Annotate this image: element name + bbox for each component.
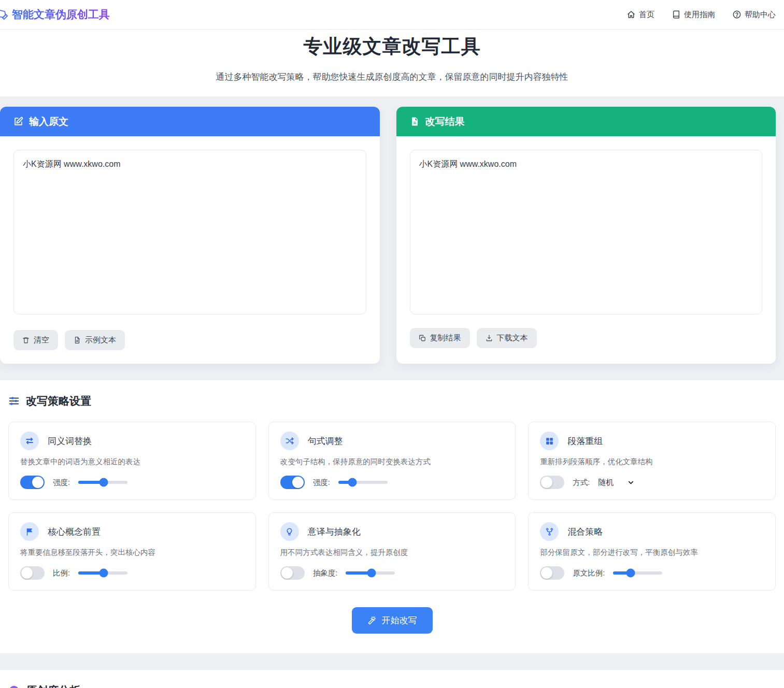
app-title: 智能文章伪原创工具 [12,7,110,22]
app-logo[interactable]: 智能文章伪原创工具 [1,7,110,22]
sliders-icon [8,395,20,407]
paragraph-mode-value: 随机 [598,478,614,488]
chevron-down-icon [627,479,635,486]
slider-label: 原文比例: [573,568,605,578]
pen-icon [0,9,8,20]
navbar: 智能文章伪原创工具 首页 使用指南 帮助中心 [0,0,784,30]
strategy-card-title: 句式调整 [308,435,343,447]
trash-icon [22,336,30,344]
page-subtitle: 通过多种智能改写策略，帮助您快速生成原创度高的文章，保留原意的同时提升内容独特性 [0,71,784,83]
start-rewrite-button-label: 开始改写 [382,614,417,626]
strategy-card-sentence: 句式调整 改变句子结构，保持原意的同时变换表达方式 强度: [268,422,516,500]
hybrid-toggle[interactable] [540,566,564,580]
analysis-section-header: 原创度分析 [8,683,776,688]
magic-wand-icon [367,616,377,625]
copy-icon [419,334,426,342]
grid-icon [540,432,559,450]
result-textbox[interactable]: 小K资源网 www.xkwo.com [410,150,763,314]
synonym-strength-slider[interactable] [78,481,127,484]
strategy-section: 改写策略设置 同义词替换 替换文章中的词语为意义相近的表达 强度: [0,380,784,653]
strategy-card-title: 意译与抽象化 [308,526,361,538]
strategy-card-desc: 改变句子结构，保持原意的同时变换表达方式 [280,457,504,467]
strategy-card-desc: 将重要信息移至段落开头，突出核心内容 [20,548,244,557]
synonym-toggle[interactable] [20,476,45,489]
sample-text-button[interactable]: 示例文本 [65,330,125,350]
hybrid-ratio-slider[interactable] [613,571,662,575]
start-rewrite-button[interactable]: 开始改写 [352,607,433,634]
strategy-card-paragraph: 段落重组 重新排列段落顺序，优化文章结构 方式: 随机 [528,422,776,500]
page-title: 专业级文章改写工具 [0,34,784,60]
input-panel-actions: 清空 示例文本 [0,330,380,364]
slider-label: 比例: [53,568,70,578]
download-text-button[interactable]: 下载文本 [477,328,537,348]
download-text-button-label: 下载文本 [497,333,528,343]
strategy-section-title: 改写策略设置 [26,394,91,408]
strategy-card-abstract: 意译与抽象化 用不同方式表达相同含义，提升原创度 抽象度: [268,512,516,591]
editor-panels: 输入原文 清空 示例文本 改写结果 小K资源网 www.xkwo.com [0,96,784,364]
check-circle-icon [8,685,20,688]
result-panel: 改写结果 小K资源网 www.xkwo.com 复制结果 下载文本 [396,107,776,364]
sentence-strength-slider[interactable] [338,481,388,484]
strategy-card-title: 混合策略 [567,526,603,538]
strategy-section-header: 改写策略设置 [8,394,776,408]
nav-guide[interactable]: 使用指南 [672,10,715,20]
nav-guide-label: 使用指南 [684,10,715,20]
clear-button[interactable]: 清空 [13,330,58,350]
input-panel-header: 输入原文 [0,107,380,136]
slider-label: 强度: [313,478,330,488]
strategy-card-concept: 核心概念前置 将重要信息移至段落开头，突出核心内容 比例: [8,512,256,591]
sample-text-button-label: 示例文本 [85,335,116,345]
branch-icon [540,522,559,541]
strategy-card-title: 同义词替换 [48,435,92,447]
strategy-card-desc: 替换文章中的词语为意义相近的表达 [20,457,244,467]
exchange-icon [20,432,39,450]
nav-home-label: 首页 [639,10,654,20]
input-panel-title: 输入原文 [29,115,68,128]
file-icon [74,336,81,344]
shuffle-icon [280,432,299,450]
analysis-section: 原创度分析 69% 预估原创度 8 总字数 66 修改比例 BCF8051O68… [0,670,784,688]
strategy-grid: 同义词替换 替换文章中的词语为意义相近的表达 强度: 句式调整 改变句子结构，保… [8,422,776,591]
abstract-toggle[interactable] [280,566,305,580]
document-icon [410,117,420,126]
input-panel: 输入原文 清空 示例文本 [0,107,380,364]
clear-button-label: 清空 [34,335,49,345]
copy-result-button[interactable]: 复制结果 [410,328,470,348]
source-textarea[interactable] [13,150,366,314]
strategy-card-synonym: 同义词替换 替换文章中的词语为意义相近的表达 强度: [8,422,256,500]
download-icon [486,334,493,342]
strategy-card-desc: 重新排列段落顺序，优化文章结构 [540,457,764,467]
slider-label: 抽象度: [313,568,338,578]
book-icon [672,10,680,19]
hero: 专业级文章改写工具 通过多种智能改写策略，帮助您快速生成原创度高的文章，保留原意… [0,30,784,96]
concept-ratio-slider[interactable] [78,571,127,575]
strategy-card-desc: 部分保留原文，部分进行改写，平衡原创与效率 [540,548,764,557]
result-panel-actions: 复制结果 下载文本 [396,328,776,362]
edit-icon [13,117,23,126]
nav-home[interactable]: 首页 [627,10,654,20]
nav-links: 首页 使用指南 帮助中心 [627,10,776,20]
help-icon [733,10,741,19]
analysis-section-title: 原创度分析 [26,683,80,688]
nav-help[interactable]: 帮助中心 [733,10,776,20]
strategy-card-desc: 用不同方式表达相同含义，提升原创度 [280,548,504,557]
paragraph-mode-select[interactable]: 随机 [598,478,635,488]
flag-icon [20,522,39,541]
slider-label: 强度: [53,478,70,488]
result-panel-body: 小K资源网 www.xkwo.com [396,136,776,328]
strategy-card-title: 段落重组 [567,435,603,447]
abstract-level-slider[interactable] [346,571,395,575]
strategy-card-title: 核心概念前置 [48,526,101,538]
strategy-card-hybrid: 混合策略 部分保留原文，部分进行改写，平衡原创与效率 原文比例: [528,512,776,591]
concept-toggle[interactable] [20,566,45,580]
lightbulb-icon [280,522,299,541]
copy-result-button-label: 复制结果 [430,333,461,343]
result-panel-title: 改写结果 [425,115,465,128]
result-panel-header: 改写结果 [396,107,776,136]
sentence-toggle[interactable] [280,476,305,489]
input-panel-body [0,136,380,330]
nav-help-label: 帮助中心 [745,10,776,20]
home-icon [627,10,635,19]
select-label: 方式: [573,478,590,488]
paragraph-toggle[interactable] [540,476,564,489]
